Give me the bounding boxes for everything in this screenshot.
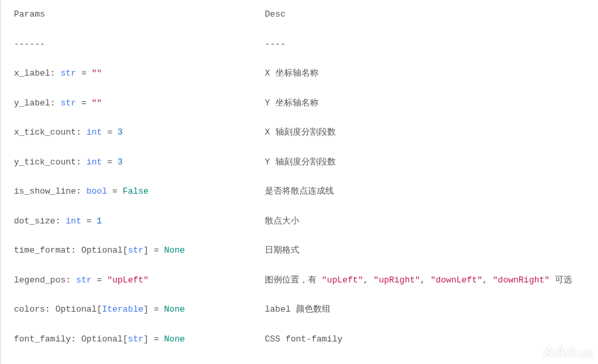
param-desc: CSS font-family — [265, 333, 585, 346]
equals: = — [92, 275, 107, 285]
desc-text: X 轴刻度分割段数 — [265, 127, 336, 137]
desc-text: 日期格式 — [265, 245, 299, 255]
param-desc: X 坐标轴名称 — [265, 67, 585, 80]
param-row: time_format: Optional[str] = None日期格式 — [14, 244, 585, 257]
param-name: colors — [14, 304, 45, 314]
equals: = — [76, 98, 92, 108]
param-name: x_label — [14, 68, 50, 78]
desc-string-literal: "upLeft" — [322, 275, 363, 285]
param-type: str — [76, 275, 92, 285]
watermark-main: AAA — [543, 343, 577, 360]
param-type: int — [86, 127, 102, 137]
param-desc: 散点大小 — [265, 215, 585, 228]
param-row: dot_size: int = 1散点大小 — [14, 215, 585, 228]
param-type: bool — [86, 186, 107, 196]
watermark-sub: 教育 — [578, 350, 594, 358]
param-type: str — [60, 98, 76, 108]
param-default: None — [164, 334, 185, 344]
equals: = — [149, 334, 164, 344]
desc-text: 图例位置，有 — [265, 275, 322, 285]
param-name: is_show_line — [14, 186, 76, 196]
desc-text: , — [483, 275, 493, 285]
type-suffix: ] — [143, 304, 149, 314]
colon: : — [71, 245, 82, 255]
param-row: x_label: str = ""X 坐标轴名称 — [14, 67, 585, 80]
param-desc: 日期格式 — [265, 244, 585, 257]
param-row: colors: Optional[Iterable] = Nonelabel 颜… — [14, 303, 585, 316]
desc-text: Y 轴刻度分割段数 — [265, 157, 336, 167]
param-row: y_tick_count: int = 3Y 轴刻度分割段数 — [14, 156, 585, 169]
desc-text: 散点大小 — [265, 216, 299, 226]
colon: : — [66, 275, 76, 285]
header-params: Params — [14, 9, 45, 19]
param-name: legend_pos — [14, 275, 66, 285]
param-desc: 是否将散点连成线 — [265, 185, 585, 198]
equals: = — [107, 186, 122, 196]
param-type: Iterable — [102, 304, 143, 314]
params-doc-block: Params Desc ------ ---- x_label: str = "… — [0, 0, 598, 364]
desc-text: 可选 — [550, 275, 572, 285]
param-default: None — [164, 304, 185, 314]
equals: = — [149, 304, 164, 314]
type-prefix: Optional[ — [81, 334, 127, 344]
param-default: "" — [92, 98, 102, 108]
param-type: int — [86, 157, 102, 167]
rule-row: ------ ---- — [14, 38, 585, 51]
param-default: "" — [92, 68, 102, 78]
param-name: time_format — [14, 245, 71, 255]
colon: : — [76, 157, 87, 167]
type-prefix: Optional[ — [81, 245, 127, 255]
param-default: 3 — [117, 157, 123, 167]
equals: = — [149, 245, 164, 255]
desc-string-literal: "downRight" — [492, 275, 550, 285]
desc-text: label 颜色数组 — [265, 304, 331, 314]
param-type: str — [60, 68, 76, 78]
equals: = — [76, 68, 92, 78]
equals: = — [102, 157, 117, 167]
param-desc: label 颜色数组 — [265, 303, 585, 316]
param-type: str — [128, 334, 143, 344]
type-suffix: ] — [143, 245, 149, 255]
param-default: False — [123, 186, 149, 196]
desc-text: Y 坐标轴名称 — [265, 98, 319, 108]
colon: : — [50, 98, 61, 108]
desc-text: CSS font-family — [265, 334, 342, 344]
param-name: dot_size — [14, 216, 55, 226]
header-desc: Desc — [265, 9, 285, 19]
param-row: font_family: Optional[str] = NoneCSS fon… — [14, 333, 585, 346]
param-row: x_tick_count: int = 3X 轴刻度分割段数 — [14, 126, 585, 139]
param-name: x_tick_count — [14, 127, 76, 137]
watermark: AAA教育 — [543, 341, 594, 363]
desc-text: , — [420, 275, 431, 285]
param-type: int — [66, 216, 81, 226]
colon: : — [50, 68, 61, 78]
param-row: is_show_line: bool = False是否将散点连成线 — [14, 185, 585, 198]
colon: : — [76, 186, 87, 196]
type-prefix: Optional[ — [55, 304, 102, 314]
equals: = — [102, 127, 117, 137]
header-desc-rule: ---- — [265, 39, 285, 49]
param-desc: 图例位置，有 "upLeft", "upRight", "downLeft", … — [265, 274, 585, 287]
colon: : — [45, 304, 56, 314]
param-row: y_label: str = ""Y 坐标轴名称 — [14, 97, 585, 110]
header-params-rule: ------ — [14, 39, 45, 49]
header-row: Params Desc — [14, 8, 585, 21]
desc-string-literal: "downLeft" — [431, 275, 483, 285]
param-default: None — [164, 245, 185, 255]
type-suffix: ] — [143, 334, 149, 344]
desc-text: X 坐标轴名称 — [265, 68, 319, 78]
param-name: font_family — [14, 334, 71, 344]
param-name: y_tick_count — [14, 157, 76, 167]
colon: : — [76, 127, 87, 137]
desc-string-literal: "upRight" — [374, 275, 420, 285]
param-desc: Y 坐标轴名称 — [265, 97, 585, 110]
param-default: "upLeft" — [107, 275, 148, 285]
param-row: legend_pos: str = "upLeft"图例位置，有 "upLeft… — [14, 274, 585, 287]
colon: : — [55, 216, 66, 226]
desc-text: , — [363, 275, 374, 285]
colon: : — [71, 334, 82, 344]
param-type: str — [128, 245, 143, 255]
param-default: 1 — [97, 216, 102, 226]
param-desc: Y 轴刻度分割段数 — [265, 156, 585, 169]
param-desc: X 轴刻度分割段数 — [265, 126, 585, 139]
